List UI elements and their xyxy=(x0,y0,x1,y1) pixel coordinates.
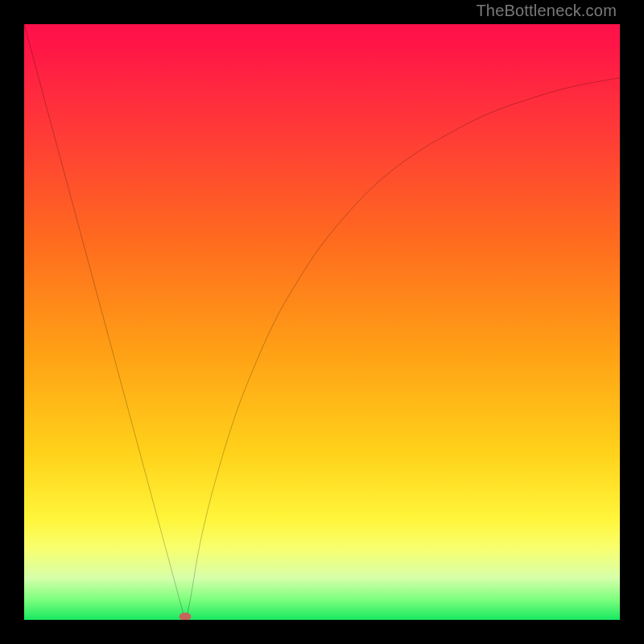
watermark-text: TheBottleneck.com xyxy=(476,2,617,20)
curve-line xyxy=(24,24,620,620)
minimum-marker xyxy=(179,613,191,620)
chart-frame: TheBottleneck.com xyxy=(0,0,644,644)
plot-area xyxy=(24,24,620,620)
